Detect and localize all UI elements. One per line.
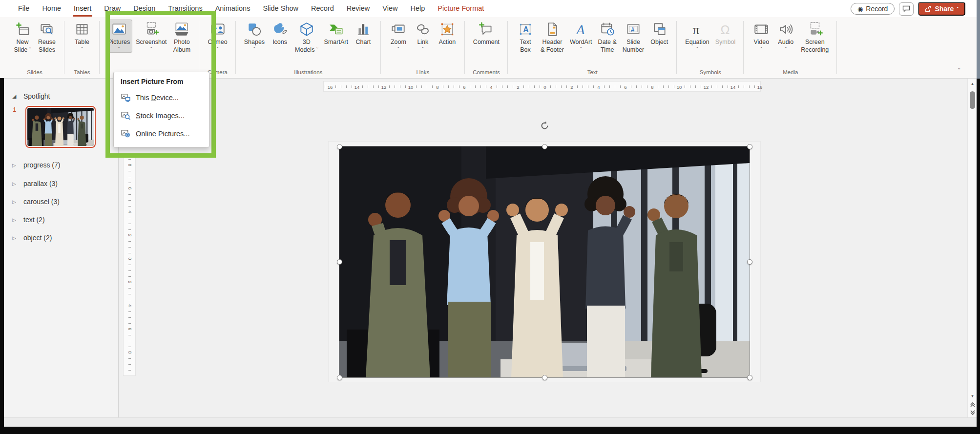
shapes-button[interactable]: Shapesˇ: [242, 20, 267, 53]
menu-item-online-pictures[interactable]: Online Pictures...: [114, 124, 209, 143]
menu-tab-draw[interactable]: Draw: [98, 0, 127, 17]
comment-button[interactable]: Comment: [471, 20, 502, 47]
reuse-slides-button[interactable]: ReuseSlides: [35, 20, 59, 54]
chevron-down-icon: ˇ: [761, 46, 763, 52]
scrollbar-thumb[interactable]: [970, 91, 975, 109]
ruler-tick: [128, 247, 131, 248]
ruler-number: 8: [651, 84, 653, 90]
menu-tab-view[interactable]: View: [376, 0, 404, 17]
resize-handle-s[interactable]: [542, 375, 547, 380]
shapes-icon: [246, 21, 263, 38]
three-d-models-button[interactable]: 3DModels ˇ: [292, 20, 320, 54]
scroll-up-icon[interactable]: ▴: [968, 80, 977, 87]
action-button[interactable]: Action: [436, 20, 459, 47]
section-collapsed-icon[interactable]: ▷: [12, 163, 18, 168]
video-button[interactable]: Videoˇ: [750, 20, 773, 53]
wordart-icon: A: [573, 21, 589, 38]
menu-tab-help[interactable]: Help: [404, 0, 431, 17]
ruler-number: 2: [570, 84, 573, 90]
screenshot-icon: [143, 21, 160, 38]
slide-number-button[interactable]: #SlideNumber: [620, 20, 646, 54]
resize-handle-n[interactable]: [542, 144, 547, 149]
section-collapsed-icon[interactable]: ▷: [12, 199, 18, 205]
section-collapsed-icon[interactable]: ▷: [12, 181, 18, 186]
photo-album-button[interactable]: PhotoAlbum: [170, 20, 193, 54]
menu-tab-slide-show[interactable]: Slide Show: [256, 0, 305, 17]
next-slide-button[interactable]: [968, 409, 977, 416]
ruler-tick: [325, 85, 325, 88]
icons-button[interactable]: Icons: [268, 20, 292, 47]
menu-tab-file[interactable]: File: [12, 0, 36, 17]
ruler-tick: [749, 85, 750, 88]
cameo-button[interactable]: PCameoˇ: [205, 20, 229, 53]
zoom-button[interactable]: Zoomˇ: [387, 20, 410, 53]
wordart-button[interactable]: AWordArtˇ: [567, 20, 595, 53]
collapse-ribbon-button[interactable]: ˇ: [958, 67, 960, 75]
ruler-number: 8: [436, 84, 438, 90]
screen-recording-button[interactable]: ScreenRecording: [798, 20, 831, 54]
resize-handle-e[interactable]: [747, 259, 752, 265]
menu-item-stock-images[interactable]: Stock Images...: [114, 106, 209, 124]
comments-button[interactable]: [899, 2, 914, 16]
scroll-down-icon[interactable]: ▾: [968, 392, 977, 400]
ruler-number: 4: [127, 210, 133, 213]
table-button[interactable]: Tableˇ: [70, 20, 94, 53]
resize-handle-w[interactable]: [337, 259, 342, 265]
ribbon-groups: NewSlide ˇReuseSlidesSlidesTableˇTablesP…: [5, 17, 837, 78]
previous-slide-button[interactable]: [968, 401, 977, 409]
menu-tab-design[interactable]: Design: [127, 0, 162, 17]
menu-tab-picture-format[interactable]: Picture Format: [431, 0, 490, 17]
text-box-button[interactable]: ATextBox: [514, 20, 537, 54]
resize-handle-ne[interactable]: [747, 144, 752, 149]
object-button[interactable]: Object: [647, 20, 671, 47]
menu-item-this-device[interactable]: This Device...: [114, 88, 209, 106]
ruler-number: 8: [127, 164, 133, 166]
section-collapsed-icon[interactable]: ▷: [12, 217, 18, 223]
symbol-icon: Ω: [717, 21, 734, 38]
audio-icon: [777, 21, 794, 38]
menu-tab-insert[interactable]: Insert: [67, 0, 98, 17]
equation-button[interactable]: πEquationˇ: [683, 20, 711, 53]
smartart-button[interactable]: SmartArt: [322, 20, 351, 47]
record-button[interactable]: ◉ Record: [851, 3, 895, 15]
symbol-button[interactable]: ΩSymbol: [713, 20, 738, 47]
sidebar-section-spotlight[interactable]: ◢Spotlight: [4, 90, 50, 102]
rotate-handle[interactable]: [540, 121, 550, 131]
link-button[interactable]: Linkˇ: [411, 20, 435, 53]
comment-bubble-icon: [902, 5, 910, 12]
resize-handle-se[interactable]: [747, 375, 752, 380]
date-time-button[interactable]: Date &Time: [596, 20, 619, 54]
pictures-button[interactable]: Picturesˇ: [105, 20, 132, 53]
picture-search-icon: [121, 110, 131, 121]
header-footer-button[interactable]: Header& Footer: [538, 20, 566, 54]
inserted-picture[interactable]: [339, 146, 750, 377]
sidebar-section-progress-7[interactable]: ▷progress (7): [4, 159, 60, 171]
section-collapsed-icon[interactable]: ▷: [12, 235, 18, 241]
sidebar-section-text-2[interactable]: ▷text (2): [4, 214, 45, 226]
resize-handle-sw[interactable]: [337, 375, 342, 380]
button-label: Slides: [39, 46, 55, 54]
sidebar-section-object-2[interactable]: ▷object (2): [4, 232, 52, 244]
resize-handle-nw[interactable]: [337, 144, 342, 149]
sidebar-section-parallax-3[interactable]: ▷parallax (3): [4, 178, 58, 189]
menu-tab-home[interactable]: Home: [36, 0, 67, 17]
screen-recording-icon: [807, 21, 823, 38]
audio-button[interactable]: Audioˇ: [774, 20, 797, 53]
new-slide-button[interactable]: NewSlide ˇ: [11, 20, 34, 54]
button-label: Equation: [685, 39, 709, 46]
sidebar-section-carousel-3[interactable]: ▷carousel (3): [4, 196, 60, 207]
ruler-tick: [534, 85, 535, 88]
slide-1-thumbnail[interactable]: [25, 106, 96, 148]
chevron-down-icon: ˇ: [397, 46, 399, 52]
menu-tab-transitions[interactable]: Transitions: [162, 0, 209, 17]
screenshot-button[interactable]: Screenshotˇ: [133, 20, 169, 53]
ruler-tick: [128, 335, 131, 335]
chevron-down-icon: ˇ: [785, 46, 787, 52]
menu-tab-animations[interactable]: Animations: [209, 0, 257, 17]
menu-tab-record[interactable]: Record: [305, 0, 340, 17]
chart-button[interactable]: Chart: [352, 20, 375, 47]
menu-tab-review[interactable]: Review: [340, 0, 376, 17]
section-expanded-icon[interactable]: ◢: [12, 93, 18, 100]
text-box-icon: A: [517, 21, 534, 38]
share-button[interactable]: Share ˇ: [918, 2, 965, 16]
